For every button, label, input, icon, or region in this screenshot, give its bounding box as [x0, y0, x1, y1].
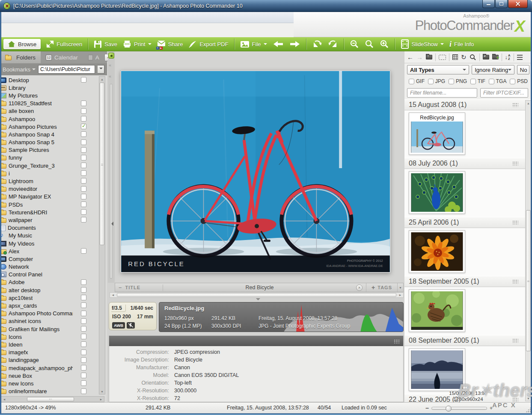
- date-group-header[interactable]: 15 August 2008 (1): [404, 99, 532, 110]
- tree-item[interactable]: Documents: [0, 224, 98, 232]
- scroll-left-icon[interactable]: ◄: [110, 293, 116, 296]
- strip-monkey-button[interactable]: [108, 53, 114, 59]
- scroll-up-icon[interactable]: ▲: [99, 77, 105, 82]
- fullscreen-button[interactable]: Fullscreen: [46, 40, 82, 48]
- tree-item-checkbox[interactable]: [81, 163, 86, 168]
- tree-item-checkbox[interactable]: [81, 341, 86, 347]
- type-filter-select[interactable]: All Types: [407, 65, 469, 74]
- zoom-out-button[interactable]: [350, 39, 359, 49]
- ribbon-tab[interactable]: [5, 31, 19, 37]
- nav-forward-button[interactable]: →: [416, 53, 423, 61]
- minimize-button[interactable]: [482, 0, 495, 8]
- tree-item[interactable]: neue Box: [0, 372, 98, 379]
- tree-item-checkbox[interactable]: [81, 209, 86, 215]
- tab-calendar[interactable]: 12 Calendar: [41, 51, 83, 63]
- tree-hscrollbar-thumb[interactable]: [27, 397, 74, 401]
- group-options-icon[interactable]: [512, 338, 518, 343]
- folder-up-button[interactable]: ↑: [426, 55, 432, 59]
- tree-item-checkbox[interactable]: [81, 388, 86, 394]
- ribbon-tab[interactable]: [67, 31, 80, 37]
- tree-item-checkbox[interactable]: [81, 334, 86, 339]
- filename-filter-input[interactable]: [407, 88, 477, 98]
- viewer-horizontal-scrollbar[interactable]: ◄ ►: [110, 292, 404, 298]
- add-tags-button[interactable]: + TAGS: [366, 283, 397, 292]
- tree-item[interactable]: new Icons: [0, 379, 98, 387]
- rotate-right-button[interactable]: [328, 40, 338, 48]
- tree-item[interactable]: Alex: [0, 247, 98, 255]
- browser-scrollbar-thumb[interactable]: [526, 210, 531, 351]
- slider-thumb[interactable]: [446, 406, 452, 412]
- tab-albums-partial[interactable]: A: [83, 51, 104, 63]
- tree-item[interactable]: Library: [0, 84, 98, 92]
- third-filter-select[interactable]: No: [517, 65, 529, 74]
- tree-item[interactable]: landingpage: [0, 356, 98, 364]
- date-group-header[interactable]: 08 September 2005 (1): [404, 335, 532, 346]
- splitter-track[interactable]: [110, 84, 112, 279]
- date-group-header[interactable]: 18 September 2005 (1): [404, 276, 532, 287]
- zoom-minus-icon[interactable]: −: [425, 405, 429, 411]
- tree-item[interactable]: Lightroom: [0, 177, 98, 185]
- tree-item[interactable]: imagefx: [0, 349, 98, 356]
- tree-item[interactable]: PSDs: [0, 201, 98, 208]
- tree-item-checkbox[interactable]: [81, 302, 86, 308]
- browse-button[interactable]: Browse: [3, 39, 41, 49]
- tab-folders[interactable]: Folders: [0, 51, 41, 63]
- tree-item[interactable]: alter desktop: [0, 286, 98, 294]
- tree-item-checkbox[interactable]: [81, 155, 86, 160]
- metadata-tab[interactable]: [128, 343, 143, 346]
- previous-button[interactable]: [273, 40, 284, 48]
- group-options-icon[interactable]: [512, 103, 518, 107]
- metadata-tab[interactable]: [112, 343, 127, 346]
- tree-item[interactable]: Ashampoo Snap 4: [0, 130, 98, 138]
- tree-item[interactable]: movieeditor: [0, 185, 98, 193]
- tree-item[interactable]: Icons: [0, 333, 98, 341]
- grid-view-button[interactable]: [452, 54, 458, 60]
- collapse-chevron-icon[interactable]: «: [109, 62, 111, 68]
- share-button[interactable]: f ▶ Share: [157, 40, 183, 48]
- thumbnail-card[interactable]: RedBicycle.jpg 15/08/2008 13:57 1280x960…: [409, 113, 465, 155]
- tree-item-checkbox[interactable]: [81, 194, 86, 199]
- tree-item[interactable]: Ideen: [0, 341, 98, 348]
- bookmarks-dropdown[interactable]: Bookmarks: [3, 66, 36, 73]
- thumbnail-zoom-slider[interactable]: − +: [425, 405, 493, 411]
- tree-item-checkbox[interactable]: [81, 77, 86, 83]
- tree-item[interactable]: Texturen&HDRI: [0, 208, 98, 216]
- date-group-header[interactable]: 08 July 2006 (1): [404, 158, 532, 169]
- splitter-collapse-arrow[interactable]: [109, 222, 113, 226]
- tree-item-checkbox[interactable]: [81, 279, 86, 285]
- scroll-right-icon[interactable]: ►: [397, 293, 403, 296]
- tree-item-checkbox[interactable]: [81, 365, 86, 371]
- tree-item[interactable]: apsx_cards: [0, 302, 98, 309]
- title-bar-dropdown[interactable]: ▼: [397, 283, 403, 292]
- tree-item[interactable]: My Videos: [0, 240, 98, 247]
- rotate-left-button[interactable]: [312, 40, 322, 48]
- save-button[interactable]: Save: [94, 40, 117, 48]
- export-pdf-button[interactable]: Export PDF: [188, 40, 228, 48]
- tree-item[interactable]: i: [0, 169, 98, 177]
- print-button[interactable]: Print: [123, 40, 152, 48]
- tree-item-checkbox[interactable]: [81, 131, 86, 137]
- selection-frame-button[interactable]: [439, 55, 446, 60]
- tree-item-checkbox[interactable]: [81, 202, 86, 207]
- zoom-in-button[interactable]: [380, 39, 389, 49]
- tree-item-checkbox[interactable]: [81, 217, 86, 222]
- tree-item[interactable]: Ashampoo Photo Commande: [0, 310, 98, 317]
- tree-item-checkbox[interactable]: [81, 186, 86, 192]
- format-checkbox[interactable]: [409, 79, 414, 84]
- tree-item[interactable]: My Pictures: [0, 92, 98, 99]
- zoom-fit-button[interactable]: [365, 39, 374, 49]
- zoom-plus-icon[interactable]: +: [490, 405, 493, 411]
- scroll-down-icon[interactable]: ▼: [99, 389, 105, 394]
- format-checkbox[interactable]: [470, 79, 476, 84]
- title-section-header[interactable]: − TITLE: [115, 285, 163, 291]
- tree-item[interactable]: MP Navigator EX: [0, 193, 98, 201]
- tree-item[interactable]: mediapack_ashampoo_photo_: [0, 364, 98, 372]
- path-dropdown-button[interactable]: [98, 65, 104, 74]
- scroll-left-icon[interactable]: ◄: [1, 398, 7, 401]
- thumbnail-card[interactable]: [409, 171, 465, 214]
- format-filter[interactable]: JPG: [428, 78, 445, 84]
- format-filter[interactable]: PSD: [510, 78, 528, 84]
- tree-item[interactable]: Adobe: [0, 279, 98, 286]
- format-checkbox[interactable]: [510, 79, 515, 84]
- format-filter[interactable]: TIF: [470, 78, 485, 84]
